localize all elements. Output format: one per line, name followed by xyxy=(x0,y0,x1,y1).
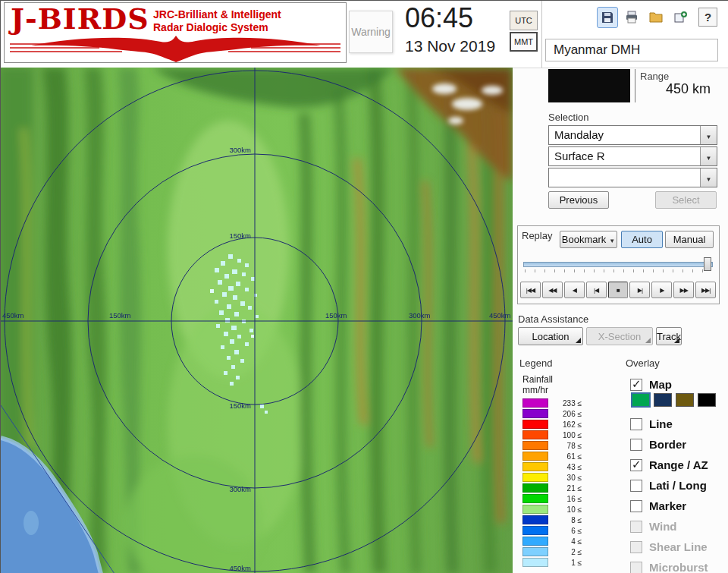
legend-value: 4 ≤ xyxy=(551,537,582,546)
overlay-item[interactable]: Marker xyxy=(630,496,708,516)
legend-color-swatch xyxy=(522,558,548,567)
legend-row: 30 ≤ xyxy=(522,473,582,482)
legend-color-swatch xyxy=(522,409,548,418)
station-name: Myanmar DMH xyxy=(545,39,718,61)
overlay-item[interactable]: Lati / Long xyxy=(630,475,708,496)
playback-button[interactable]: ▶▶ xyxy=(673,282,694,298)
legend-color-swatch xyxy=(522,462,548,471)
legend-value: 233 ≤ xyxy=(551,399,582,408)
legend-value: 16 ≤ xyxy=(551,495,582,503)
checkbox[interactable] xyxy=(630,439,642,451)
legend-color-swatch xyxy=(522,441,548,450)
map-style-swatch[interactable] xyxy=(698,393,716,407)
legend-color-swatch xyxy=(522,515,548,524)
warning-button[interactable]: Warning xyxy=(349,11,393,53)
legend-color-swatch xyxy=(522,547,548,556)
overlay-item[interactable]: Microburst xyxy=(630,557,708,573)
overlay-item-label: Shear Line xyxy=(649,540,708,553)
clock-time: 06:45 xyxy=(405,2,473,34)
export-button[interactable] xyxy=(670,7,691,28)
previous-button[interactable]: Previous xyxy=(548,191,609,209)
legend-value: 78 ≤ xyxy=(551,442,582,450)
legend-color-swatch xyxy=(522,473,548,482)
extra-dropdown[interactable] xyxy=(548,168,717,187)
playback-button[interactable]: |◀ xyxy=(586,282,607,298)
overlay-item[interactable]: Range / AZ xyxy=(630,455,708,475)
manual-button[interactable]: Manual xyxy=(665,231,714,248)
product-dropdown-value: Surface R xyxy=(554,150,605,162)
logo-subtitle-line1: JRC-Brilliant & Intelligent xyxy=(153,8,281,21)
legend-row: 1 ≤ xyxy=(522,558,582,567)
overlay-item[interactable]: Wind xyxy=(630,516,708,537)
playback-button[interactable]: |◀◀ xyxy=(520,282,541,298)
legend-row: 43 ≤ xyxy=(522,462,582,471)
mmt-button[interactable]: MMT xyxy=(510,32,538,52)
replay-slider-track[interactable] xyxy=(523,262,713,267)
auto-button[interactable]: Auto xyxy=(621,231,663,248)
playback-button[interactable]: ◀◀ xyxy=(542,282,563,298)
playback-button[interactable]: ■ xyxy=(608,282,629,298)
checkbox[interactable] xyxy=(630,541,642,553)
checkbox[interactable] xyxy=(630,459,642,471)
checkbox[interactable] xyxy=(630,500,642,512)
playback-button[interactable]: ▶| xyxy=(629,282,650,298)
overlay-item[interactable]: Border xyxy=(630,434,708,455)
legend-row: 100 ≤ xyxy=(522,430,582,439)
logo: J-BIRDS JRC-Brilliant & Intelligent Rada… xyxy=(4,2,347,63)
legend-row: 61 ≤ xyxy=(522,452,582,461)
rainfall-legend: 233 ≤ 206 ≤ 162 ≤ 100 ≤ 78 ≤ xyxy=(522,398,582,568)
playback-controls: |◀◀◀◀◀|◀■▶|▶▶▶▶▶| xyxy=(520,282,716,298)
ring-label-left-450: 450km xyxy=(2,311,24,320)
data-assistance-buttons: LocationX-SectionTrack xyxy=(518,327,682,345)
map-style-swatch[interactable] xyxy=(676,393,694,407)
product-dropdown[interactable]: Surface R xyxy=(548,146,717,166)
print-button[interactable] xyxy=(621,7,642,28)
playback-button[interactable]: ▶▶| xyxy=(695,282,716,298)
legend-unit-line1: Rainfall xyxy=(522,374,553,385)
assist-button[interactable]: X-Section xyxy=(586,327,653,345)
chevron-down-icon[interactable] xyxy=(700,147,717,165)
utc-button[interactable]: UTC xyxy=(510,11,538,30)
checkbox[interactable] xyxy=(630,562,642,573)
clock-date: 13 Nov 2019 xyxy=(405,37,495,55)
legend-label: Legend xyxy=(519,357,552,369)
playback-button[interactable]: ▶ xyxy=(651,282,672,298)
legend-color-swatch xyxy=(522,452,548,461)
bookmark-label: Bookmark xyxy=(562,234,607,245)
replay-slider[interactable] xyxy=(523,256,713,272)
chevron-down-icon[interactable] xyxy=(700,168,717,187)
overlay-item[interactable]: Line xyxy=(630,414,708,434)
overlay-label: Overlay xyxy=(626,357,660,369)
logo-title: J-BIRDS xyxy=(11,2,149,36)
overlay-item[interactable]: Shear Line xyxy=(630,537,708,557)
checkbox[interactable] xyxy=(630,418,642,430)
checkbox[interactable] xyxy=(630,480,642,492)
legend-color-swatch xyxy=(522,526,548,535)
legend-value: 43 ≤ xyxy=(551,463,582,471)
map-style-swatch[interactable] xyxy=(632,393,650,407)
chevron-down-icon[interactable] xyxy=(700,126,717,144)
legend-row: 206 ≤ xyxy=(522,409,582,418)
help-button[interactable]: ? xyxy=(698,8,717,27)
checkbox[interactable] xyxy=(630,521,642,533)
header-divider xyxy=(541,1,542,68)
folder-button[interactable] xyxy=(645,7,667,28)
range-label: Range xyxy=(640,71,669,82)
bookmark-button[interactable]: Bookmark▼ xyxy=(560,231,617,248)
select-button[interactable]: Select xyxy=(655,191,717,209)
legend-row: 16 ≤ xyxy=(522,494,582,503)
save-button[interactable] xyxy=(597,7,618,28)
radar-map[interactable]: 300km 150km 450km 150km 150km 300km 450k… xyxy=(1,68,513,573)
legend-color-swatch xyxy=(522,398,548,408)
playback-button[interactable]: ◀ xyxy=(564,282,585,298)
map-style-swatch[interactable] xyxy=(654,393,672,407)
overlay-item-label: Range / AZ xyxy=(649,458,708,471)
site-dropdown[interactable]: Mandalay xyxy=(548,125,717,145)
overlay-item[interactable]: Map xyxy=(630,374,672,395)
legend-value: 10 ≤ xyxy=(551,505,582,514)
checkbox[interactable] xyxy=(630,379,642,391)
legend-color-swatch xyxy=(522,483,548,493)
range-value: 450 km xyxy=(630,81,711,97)
assist-button[interactable]: Track xyxy=(656,327,682,345)
assist-button[interactable]: Location xyxy=(518,327,583,345)
